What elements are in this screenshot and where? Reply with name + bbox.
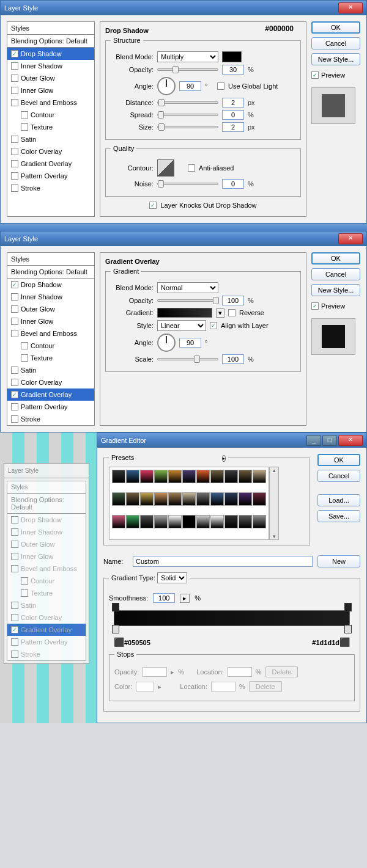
new-style-button[interactable]: New Style...: [311, 53, 360, 65]
style-item-inner-glow[interactable]: Inner Glow: [7, 315, 94, 327]
preset-swatch[interactable]: [126, 470, 139, 483]
style-item-pattern-overlay[interactable]: Pattern Overlay: [7, 401, 94, 413]
preview-checkbox[interactable]: [311, 71, 319, 79]
style-item-outer-glow[interactable]: Outer Glow: [7, 303, 94, 315]
preset-swatch[interactable]: [168, 492, 182, 506]
angle-input[interactable]: [179, 338, 201, 348]
style-checkbox[interactable]: [11, 379, 18, 386]
style-checkbox[interactable]: [11, 184, 18, 192]
preset-swatch[interactable]: [112, 470, 125, 483]
angle-dial[interactable]: [157, 77, 176, 95]
style-item-outer-glow[interactable]: Outer Glow: [7, 72, 94, 84]
style-item-bevel-and-emboss[interactable]: Bevel and Emboss: [7, 97, 94, 109]
spread-input[interactable]: [222, 110, 244, 120]
color-stop-left[interactable]: [112, 625, 119, 633]
noise-input[interactable]: [222, 179, 244, 189]
preset-swatch[interactable]: [253, 470, 266, 483]
spread-slider[interactable]: [157, 114, 218, 116]
style-item-inner-glow[interactable]: Inner Glow: [7, 84, 94, 97]
gradient-picker[interactable]: [157, 308, 212, 318]
titlebar[interactable]: Layer Style ✕: [1, 232, 366, 246]
presets-options-icon[interactable]: ▸: [222, 455, 226, 462]
preset-swatch[interactable]: [239, 470, 252, 483]
smoothness-dropdown[interactable]: ▸: [180, 594, 190, 603]
preset-swatch[interactable]: [239, 515, 252, 528]
style-item-color-overlay[interactable]: Color Overlay: [7, 145, 94, 158]
gradient-dropdown-arrow[interactable]: ▾: [216, 308, 224, 318]
style-checkbox[interactable]: [21, 354, 28, 362]
preset-swatch[interactable]: [154, 492, 168, 506]
style-item-drop-shadow[interactable]: Drop Shadow: [7, 48, 94, 60]
style-checkbox[interactable]: [11, 99, 18, 106]
distance-slider[interactable]: [157, 101, 218, 104]
preset-swatch[interactable]: [196, 492, 210, 506]
styles-header[interactable]: Styles: [7, 253, 94, 266]
style-checkbox[interactable]: [11, 62, 18, 70]
scale-slider[interactable]: [157, 358, 218, 360]
style-item-pattern-overlay[interactable]: Pattern Overlay: [7, 170, 94, 182]
preset-swatch[interactable]: [182, 470, 196, 483]
opacity-slider[interactable]: [157, 68, 218, 71]
minimize-button[interactable]: _: [306, 435, 321, 446]
preset-swatch[interactable]: [140, 470, 154, 483]
name-input[interactable]: [133, 556, 313, 567]
preset-swatch[interactable]: [168, 515, 182, 528]
smoothness-input[interactable]: [153, 593, 175, 603]
ok-button[interactable]: OK: [317, 454, 360, 466]
styles-header[interactable]: Styles: [7, 22, 94, 35]
preset-swatch[interactable]: [224, 515, 238, 528]
align-checkbox[interactable]: [210, 322, 217, 329]
preset-swatch[interactable]: [112, 492, 125, 506]
preset-swatch[interactable]: [210, 470, 224, 483]
blending-options-row[interactable]: Blending Options: Default: [7, 35, 94, 48]
style-checkbox[interactable]: [11, 87, 18, 94]
size-input[interactable]: [222, 122, 244, 132]
preview-checkbox[interactable]: [311, 302, 319, 310]
cancel-button[interactable]: Cancel: [311, 268, 360, 280]
style-checkbox[interactable]: [11, 172, 18, 180]
style-item-satin[interactable]: Satin: [7, 133, 94, 145]
global-light-checkbox[interactable]: [217, 82, 224, 90]
size-slider[interactable]: [157, 126, 218, 128]
close-button[interactable]: ✕: [338, 2, 363, 13]
opacity-stop-left[interactable]: [112, 603, 119, 611]
style-checkbox[interactable]: [11, 318, 18, 325]
blend-mode-select[interactable]: Multiply: [157, 51, 218, 62]
style-item-bevel-and-emboss[interactable]: Bevel and Emboss: [7, 327, 94, 340]
contour-picker[interactable]: [157, 159, 174, 177]
style-checkbox[interactable]: [11, 367, 18, 374]
style-checkbox[interactable]: [11, 50, 18, 57]
preset-swatch[interactable]: [140, 492, 154, 506]
preset-swatch[interactable]: [224, 470, 238, 483]
preset-swatch[interactable]: [154, 515, 168, 528]
ok-button[interactable]: OK: [311, 252, 360, 264]
distance-input[interactable]: [222, 98, 244, 108]
opacity-slider[interactable]: [157, 299, 218, 302]
style-item-contour[interactable]: Contour: [7, 340, 94, 352]
style-checkbox[interactable]: [11, 148, 18, 155]
load-button[interactable]: Load...: [317, 494, 360, 506]
style-select[interactable]: Linear: [157, 320, 206, 331]
gtype-select[interactable]: Solid: [157, 572, 187, 583]
style-checkbox[interactable]: [21, 123, 28, 131]
style-item-texture[interactable]: Texture: [7, 121, 94, 133]
preset-swatch[interactable]: [253, 515, 266, 528]
style-checkbox[interactable]: [11, 136, 18, 143]
style-checkbox[interactable]: [11, 330, 18, 337]
preset-swatch[interactable]: [210, 492, 224, 506]
style-item-stroke[interactable]: Stroke: [7, 182, 94, 194]
angle-dial[interactable]: [157, 334, 176, 352]
preset-swatch[interactable]: [196, 515, 210, 528]
knockout-checkbox[interactable]: [149, 202, 157, 209]
style-item-texture[interactable]: Texture: [7, 352, 94, 364]
antialiased-checkbox[interactable]: [188, 164, 195, 172]
preset-swatch[interactable]: [210, 515, 224, 528]
opacity-input[interactable]: [222, 65, 244, 75]
new-button[interactable]: New: [317, 555, 360, 567]
style-item-satin[interactable]: Satin: [7, 364, 94, 376]
style-item-gradient-overlay[interactable]: Gradient Overlay: [7, 158, 94, 170]
style-item-gradient-overlay[interactable]: Gradient Overlay: [7, 388, 94, 401]
preset-swatch[interactable]: [224, 492, 238, 506]
opacity-stop-right[interactable]: [344, 603, 352, 611]
angle-input[interactable]: [179, 81, 201, 91]
